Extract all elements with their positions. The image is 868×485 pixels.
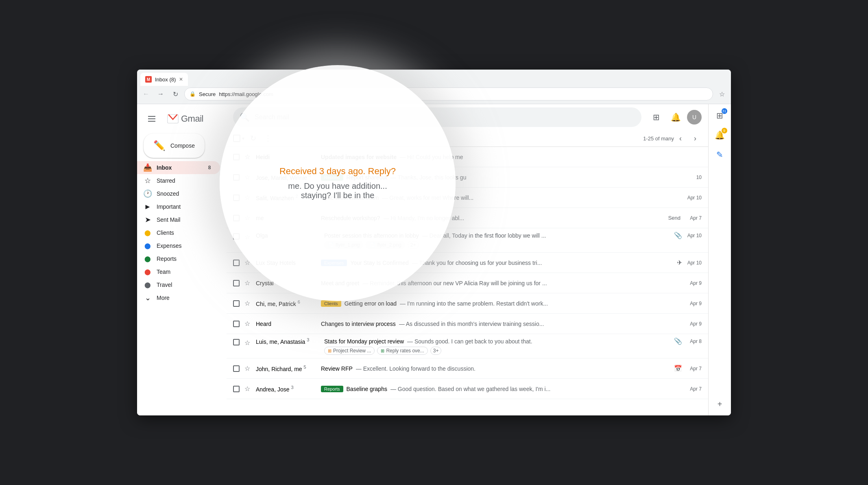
sidebar-item-travel[interactable]: ⬤ Travel bbox=[137, 278, 220, 291]
table-row[interactable]: ☆ John, Richard, me 5 Review RFP — Excel… bbox=[227, 358, 708, 379]
email-date: Apr 7 bbox=[685, 366, 702, 371]
email-content: Review RFP — Excellent. Looking forward … bbox=[321, 365, 674, 372]
chevron-down-icon: ⌄ bbox=[144, 293, 152, 302]
profile-avatar[interactable]: U bbox=[687, 110, 702, 125]
sidebar-item-label: Travel bbox=[157, 282, 214, 288]
row-checkbox[interactable] bbox=[233, 260, 241, 266]
email-content: Changes to interview process — As discus… bbox=[321, 321, 685, 327]
sidebar-item-snoozed[interactable]: 🕐 Snoozed bbox=[137, 187, 220, 200]
star-icon[interactable]: ☆ bbox=[244, 339, 253, 347]
email-sender: Chi, me, Patrick 6 bbox=[256, 299, 321, 307]
row-checkbox[interactable] bbox=[233, 321, 241, 327]
label-icon: ⬤ bbox=[144, 282, 152, 288]
email-meta: ✈ Apr 10 bbox=[677, 259, 702, 267]
hamburger-line bbox=[148, 121, 155, 122]
label-icon: ⬤ bbox=[144, 229, 152, 236]
email-date: Apr 10 bbox=[685, 260, 702, 266]
next-page-button[interactable]: › bbox=[689, 132, 702, 145]
compose-icon: ✏️ bbox=[153, 140, 166, 151]
inbox-icon: 📥 bbox=[144, 163, 152, 172]
pagination-buttons: ‹ › bbox=[674, 132, 702, 145]
email-content: Clients Getting error on load — I'm runn… bbox=[321, 300, 685, 307]
bookmark-button[interactable]: ☆ bbox=[716, 88, 728, 100]
star-icon[interactable]: ☆ bbox=[244, 320, 253, 328]
email-date: Apr 9 bbox=[685, 321, 702, 327]
email-content: Stats for Monday project review — Sounds… bbox=[324, 338, 671, 345]
add-sidebar-button[interactable]: + bbox=[712, 396, 728, 412]
address-bar-row: ← → ↻ 🔒 Secure https://mail.google.com ☆ bbox=[137, 86, 731, 104]
browser-chrome: M Inbox (8) ✕ ← → ↻ 🔒 Secure https://mai… bbox=[137, 70, 731, 104]
label-chip: Reports bbox=[321, 386, 343, 392]
email-sender: Heard bbox=[256, 321, 321, 327]
more-chips[interactable]: 3+ bbox=[430, 347, 442, 355]
chip-label: Project Review ... bbox=[333, 348, 371, 354]
gmail-text: Gmail bbox=[181, 114, 203, 124]
email-date: Apr 9 bbox=[685, 280, 702, 286]
table-row[interactable]: ☆ Luis, me, Anastasia 3 Stats for Monday… bbox=[227, 334, 708, 358]
forward-button[interactable]: → bbox=[155, 88, 166, 100]
sidebar: Gmail ✏️ Compose 📥 Inbox 8 ☆ Starred bbox=[137, 104, 227, 415]
email-preview: — Good question. Based on what we gather… bbox=[390, 386, 550, 392]
sidebar-item-sent[interactable]: ➤ Sent Mail bbox=[137, 213, 220, 226]
email-subject: Review RFP bbox=[321, 365, 353, 372]
star-icon[interactable]: ☆ bbox=[244, 385, 253, 393]
row-checkbox[interactable] bbox=[233, 386, 241, 392]
star-icon[interactable]: ☆ bbox=[244, 299, 253, 307]
sidebar-item-more[interactable]: ⌄ More bbox=[137, 291, 220, 304]
star-icon: ☆ bbox=[144, 176, 152, 185]
apps-badge: 31 bbox=[722, 108, 727, 114]
tab-bar: M Inbox (8) ✕ bbox=[137, 70, 731, 86]
row-checkbox[interactable] bbox=[233, 339, 241, 345]
tab-close-button[interactable]: ✕ bbox=[179, 76, 183, 82]
label-icon: ⬤ bbox=[144, 269, 152, 275]
notifications-button[interactable]: 🔔 bbox=[667, 109, 684, 125]
project-review-chip[interactable]: ⊞ Project Review ... bbox=[324, 347, 375, 355]
sidebar-item-label: Team bbox=[157, 269, 214, 275]
email-preview: — I'm running into the same problem. Res… bbox=[400, 300, 548, 307]
star-icon[interactable]: ☆ bbox=[244, 365, 253, 372]
gmail-logo: Gmail bbox=[166, 112, 203, 125]
email-date: Apr 10 bbox=[685, 195, 702, 201]
row-checkbox[interactable] bbox=[233, 280, 241, 286]
tooltip-main-text: Received 3 days ago. Reply? bbox=[255, 166, 420, 177]
reply-rates-chip[interactable]: ⊞ Reply rates ove... bbox=[377, 347, 427, 355]
sidebar-item-clients[interactable]: ⬤ Clients bbox=[137, 226, 220, 239]
table-row[interactable]: ☆ Heard Changes to interview process — A… bbox=[227, 314, 708, 334]
email-date: Apr 9 bbox=[685, 301, 702, 306]
sidebar-item-inbox[interactable]: 📥 Inbox 8 bbox=[137, 161, 220, 174]
table-row[interactable]: ☆ Chi, me, Patrick 6 Clients Getting err… bbox=[227, 293, 708, 314]
row-checkbox[interactable] bbox=[233, 300, 241, 307]
sidebar-item-important[interactable]: ► Important bbox=[137, 200, 220, 213]
sidebar-item-team[interactable]: ⬤ Team bbox=[137, 265, 220, 278]
notifications-sidebar-button[interactable]: 🔔 9 bbox=[712, 127, 728, 143]
attachment-icon: 📎 bbox=[674, 232, 682, 239]
edit-sidebar-button[interactable]: ✎ bbox=[712, 146, 728, 163]
gmail-app: Gmail ✏️ Compose 📥 Inbox 8 ☆ Starred bbox=[137, 104, 731, 415]
inbox-badge: 8 bbox=[205, 165, 214, 170]
refresh-button[interactable]: ↻ bbox=[170, 88, 181, 100]
sidebar-item-label: Important bbox=[157, 203, 214, 210]
browser-window: M Inbox (8) ✕ ← → ↻ 🔒 Secure https://mai… bbox=[137, 70, 731, 415]
email-date: Apr 8 bbox=[685, 339, 702, 344]
table-row[interactable]: ☆ Andrea, Jose 3 Reports Baseline graphs… bbox=[227, 379, 708, 399]
send-icon: Send bbox=[668, 215, 680, 221]
airplane-icon: ✈ bbox=[677, 259, 682, 267]
compose-button[interactable]: ✏️ Compose bbox=[144, 133, 205, 158]
sidebar-item-reports[interactable]: ⬤ Reports bbox=[137, 252, 220, 265]
apps-button[interactable]: ⊞ bbox=[648, 109, 664, 125]
grid-icon: ⊞ bbox=[328, 348, 331, 354]
send-icon: ➤ bbox=[144, 215, 152, 224]
sidebar-item-starred[interactable]: ☆ Starred bbox=[137, 174, 220, 187]
hamburger-button[interactable] bbox=[144, 111, 160, 127]
table-icon: ⊞ bbox=[381, 348, 384, 354]
compose-label: Compose bbox=[170, 142, 195, 149]
email-meta: Apr 9 bbox=[685, 321, 702, 327]
row-checkbox[interactable] bbox=[233, 365, 241, 372]
active-tab[interactable]: M Inbox (8) ✕ bbox=[140, 73, 188, 86]
sidebar-item-expenses[interactable]: ⬤ Expenses bbox=[137, 239, 220, 252]
google-apps-button[interactable]: ⊞ 31 bbox=[712, 107, 728, 124]
prev-page-button[interactable]: ‹ bbox=[674, 132, 687, 145]
secure-icon: 🔒 bbox=[190, 91, 196, 97]
star-icon[interactable]: ☆ bbox=[244, 279, 253, 287]
back-button[interactable]: ← bbox=[140, 88, 152, 100]
